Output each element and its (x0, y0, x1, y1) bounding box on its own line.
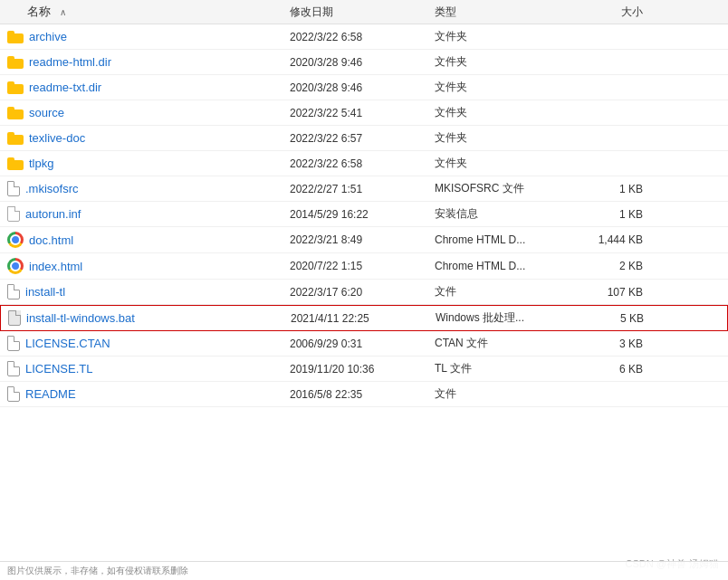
file-date: 2014/5/29 16:22 (290, 208, 435, 221)
file-name: source (0, 106, 290, 119)
file-name-label: .mkisofsrc (25, 182, 79, 195)
file-size: 1 KB (580, 208, 652, 221)
table-row[interactable]: LICENSE.CTAN 2006/9/29 0:31 CTAN 文件 3 KB (0, 331, 728, 357)
copyright-bar: 图片仅供展示，非存储，如有侵权请联系删除 (0, 561, 728, 580)
table-row[interactable]: readme-txt.dir 2020/3/28 9:46 文件夹 (0, 75, 728, 100)
file-name: LICENSE.CTAN (0, 336, 290, 351)
file-name: readme-txt.dir (0, 81, 290, 94)
col-header-size[interactable]: 大小 (580, 5, 652, 20)
table-row[interactable]: LICENSE.TL 2019/11/20 10:36 TL 文件 6 KB (0, 357, 728, 382)
file-name: index.html (0, 258, 290, 274)
bat-icon (8, 310, 21, 326)
file-name: doc.html (0, 232, 290, 248)
table-row[interactable]: README 2016/5/8 22:35 文件 (0, 382, 728, 407)
file-name-label: source (29, 106, 64, 119)
table-row[interactable]: autorun.inf 2014/5/29 16:22 安装信息 1 KB (0, 202, 728, 227)
folder-icon (7, 81, 24, 94)
file-type: 文件夹 (435, 54, 580, 70)
file-list: 名称 ∧ 修改日期 类型 大小 archive 2022/3/22 6:58 文… (0, 0, 728, 407)
folder-icon (7, 157, 24, 170)
file-size: 107 KB (580, 286, 652, 299)
folder-icon (7, 31, 24, 43)
file-name: tlpkg (0, 157, 290, 170)
file-date: 2022/3/22 5:41 (290, 107, 435, 119)
file-name: install-tl (0, 284, 290, 300)
file-name: README (0, 386, 290, 402)
table-row[interactable]: doc.html 2022/3/21 8:49 Chrome HTML D...… (0, 227, 728, 253)
file-name-label: autorun.inf (25, 207, 81, 221)
table-row[interactable]: archive 2022/3/22 6:58 文件夹 (0, 24, 728, 50)
file-date: 2022/3/22 6:58 (290, 157, 435, 170)
file-rows-container: archive 2022/3/22 6:58 文件夹 readme-html.d… (0, 24, 728, 407)
file-size: 5 KB (580, 312, 653, 325)
file-type: 文件夹 (435, 105, 580, 120)
file-name: autorun.inf (0, 206, 290, 222)
table-row[interactable]: install-tl-windows.bat 2021/4/11 22:25 W… (0, 305, 728, 331)
table-row[interactable]: index.html 2020/7/22 1:15 Chrome HTML D.… (0, 253, 728, 280)
table-row[interactable]: .mkisofsrc 2022/2/27 1:51 MKISOFSRC 文件 1… (0, 176, 728, 202)
file-icon (7, 181, 20, 196)
folder-icon (7, 132, 24, 145)
file-size: 1 KB (580, 183, 652, 195)
file-name: .mkisofsrc (0, 181, 290, 196)
file-size: 1,444 KB (580, 233, 652, 246)
file-name: texlive-doc (0, 131, 290, 145)
file-size: 6 KB (580, 363, 652, 376)
folder-icon (7, 56, 24, 69)
file-name-label: index.html (29, 260, 82, 273)
file-name-label: doc.html (29, 233, 73, 247)
file-date: 2021/4/11 22:25 (291, 312, 436, 325)
file-date: 2022/2/27 1:51 (290, 183, 435, 195)
col-header-date[interactable]: 修改日期 (290, 5, 435, 20)
file-type: MKISOFSRC 文件 (435, 181, 580, 196)
file-type: Chrome HTML D... (435, 233, 580, 246)
file-icon (7, 386, 20, 402)
table-row[interactable]: tlpkg 2022/3/22 6:58 文件夹 (0, 151, 728, 176)
file-type: 文件夹 (435, 29, 580, 44)
file-size: 2 KB (580, 260, 652, 272)
file-name: archive (0, 30, 290, 43)
file-type: TL 文件 (435, 361, 580, 376)
file-date: 2022/3/22 6:57 (290, 132, 435, 145)
file-type: Chrome HTML D... (435, 260, 580, 272)
chrome-icon (7, 258, 24, 274)
file-size: 3 KB (580, 338, 652, 350)
file-name-label: readme-txt.dir (29, 81, 101, 94)
table-row[interactable]: install-tl 2022/3/17 6:20 文件 107 KB (0, 280, 728, 305)
file-type: 文件夹 (435, 156, 580, 171)
file-date: 2020/3/28 9:46 (290, 56, 435, 69)
chrome-icon (7, 232, 24, 248)
file-name-label: archive (29, 30, 67, 43)
file-type: 文件夹 (435, 80, 580, 95)
file-type: 文件 (435, 284, 580, 300)
file-name-label: LICENSE.CTAN (25, 337, 110, 350)
file-name-label: README (25, 387, 76, 401)
file-type: Windows 批处理... (436, 310, 580, 326)
file-date: 2022/3/17 6:20 (290, 286, 435, 299)
file-name-label: readme-html.dir (29, 55, 111, 69)
col-header-name[interactable]: 名称 ∧ (0, 4, 290, 20)
table-header: 名称 ∧ 修改日期 类型 大小 (0, 0, 728, 24)
file-date: 2022/3/21 8:49 (290, 233, 435, 246)
file-date: 2020/7/22 1:15 (290, 260, 435, 272)
col-header-type[interactable]: 类型 (435, 5, 580, 20)
file-name-label: install-tl-windows.bat (26, 311, 135, 325)
file-name: readme-html.dir (0, 55, 290, 69)
file-type: 安装信息 (435, 206, 580, 222)
table-row[interactable]: readme-html.dir 2020/3/28 9:46 文件夹 (0, 50, 728, 75)
table-row[interactable]: source 2022/3/22 5:41 文件夹 (0, 100, 728, 126)
file-name-label: LICENSE.TL (25, 362, 92, 376)
file-name-label: texlive-doc (29, 131, 85, 145)
file-date: 2020/3/28 9:46 (290, 81, 435, 94)
file-icon (7, 336, 20, 351)
file-icon (7, 361, 20, 376)
folder-icon (7, 107, 24, 119)
file-name-label: tlpkg (29, 157, 53, 170)
file-date: 2019/11/20 10:36 (290, 363, 435, 376)
sort-arrow-icon: ∧ (60, 7, 66, 17)
file-type: CTAN 文件 (435, 336, 580, 351)
table-row[interactable]: texlive-doc 2022/3/22 6:57 文件夹 (0, 126, 728, 151)
file-icon (7, 284, 20, 300)
file-date: 2022/3/22 6:58 (290, 31, 435, 43)
inf-icon (7, 206, 20, 222)
